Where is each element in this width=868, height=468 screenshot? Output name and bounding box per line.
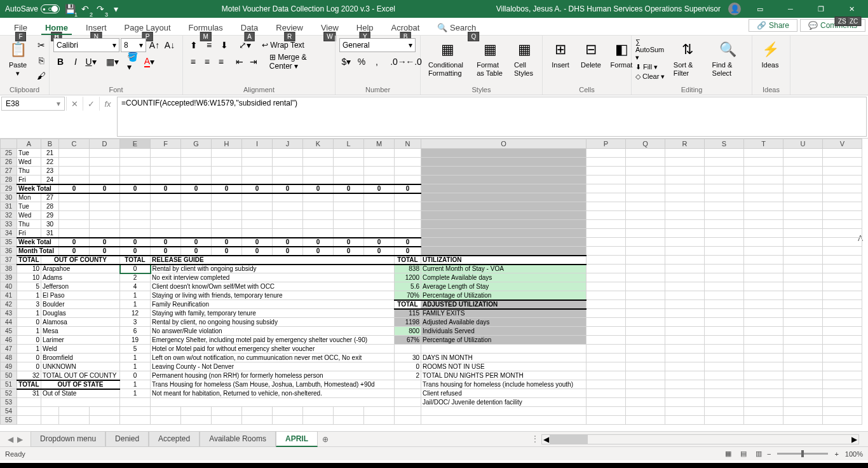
- cell[interactable]: [783, 309, 823, 318]
- cell[interactable]: [705, 211, 744, 220]
- cell[interactable]: [303, 407, 334, 416]
- cell[interactable]: [395, 398, 421, 407]
- cell[interactable]: [587, 291, 626, 300]
- cell[interactable]: 12: [120, 309, 151, 318]
- cell[interactable]: [334, 167, 364, 176]
- cell[interactable]: [744, 158, 783, 167]
- cell[interactable]: [705, 256, 744, 265]
- tab-insert[interactable]: InsertN: [77, 20, 116, 35]
- cell[interactable]: 0: [120, 238, 151, 247]
- cell[interactable]: [334, 149, 364, 158]
- align-top-icon[interactable]: ⬆: [187, 38, 201, 52]
- cell[interactable]: [59, 158, 90, 167]
- cell[interactable]: 6: [120, 327, 151, 336]
- page-break-view-icon[interactable]: ▥: [752, 448, 766, 460]
- cell[interactable]: [273, 158, 303, 167]
- col-header[interactable]: Q: [626, 139, 665, 149]
- cell[interactable]: [17, 398, 41, 407]
- cell[interactable]: [364, 176, 395, 184]
- zoom-out-icon[interactable]: −: [767, 450, 771, 458]
- cell[interactable]: 21: [41, 149, 59, 158]
- cell[interactable]: [364, 407, 395, 416]
- cell[interactable]: [783, 158, 823, 167]
- cell[interactable]: [744, 300, 783, 309]
- cell[interactable]: TOTAL OUT OF COUNTY: [41, 371, 120, 380]
- cell[interactable]: [181, 193, 212, 202]
- cell[interactable]: [587, 220, 626, 229]
- cell[interactable]: 0: [273, 184, 303, 193]
- col-header[interactable]: T: [744, 139, 783, 149]
- cell[interactable]: [395, 211, 421, 220]
- cell[interactable]: Out of State: [41, 389, 120, 398]
- cell[interactable]: [59, 211, 90, 220]
- cell[interactable]: [303, 149, 334, 158]
- cell[interactable]: [421, 176, 587, 184]
- cell[interactable]: [421, 193, 587, 202]
- cell[interactable]: Fri: [17, 176, 41, 184]
- cell[interactable]: [421, 345, 587, 354]
- cell[interactable]: [823, 291, 862, 300]
- save-icon[interactable]: 💾1: [65, 4, 75, 14]
- delete-button[interactable]: ⊟Delete: [577, 38, 605, 71]
- cell[interactable]: [303, 211, 334, 220]
- cell[interactable]: [783, 380, 823, 389]
- cell[interactable]: [273, 229, 303, 238]
- cell[interactable]: [705, 416, 744, 425]
- cell[interactable]: [120, 202, 151, 211]
- cell[interactable]: Client doesn't know/Own self/Met with OC…: [151, 282, 395, 291]
- cell[interactable]: [626, 265, 665, 273]
- cell[interactable]: [212, 220, 242, 229]
- cell[interactable]: [665, 158, 705, 167]
- cell[interactable]: 0: [181, 247, 212, 256]
- col-header[interactable]: I: [242, 139, 273, 149]
- increase-decimal-icon[interactable]: .0→: [391, 55, 405, 69]
- cell[interactable]: [744, 318, 783, 327]
- cell[interactable]: [587, 282, 626, 291]
- cell[interactable]: [41, 407, 59, 416]
- cell[interactable]: [626, 362, 665, 371]
- cell[interactable]: [783, 193, 823, 202]
- currency-icon[interactable]: $▾: [339, 55, 353, 69]
- cell[interactable]: 0: [273, 247, 303, 256]
- cell[interactable]: [626, 300, 665, 309]
- comments-button[interactable]: 💬 CommentsZC: [800, 19, 865, 32]
- cell[interactable]: [744, 389, 783, 398]
- cell[interactable]: [587, 256, 626, 265]
- cell[interactable]: [395, 345, 421, 354]
- cell[interactable]: [665, 238, 705, 247]
- cell[interactable]: [626, 398, 665, 407]
- cell[interactable]: [303, 202, 334, 211]
- cell[interactable]: [823, 184, 862, 193]
- cell[interactable]: Boulder: [41, 300, 120, 309]
- cell[interactable]: [783, 416, 823, 425]
- cell[interactable]: [744, 407, 783, 416]
- cell[interactable]: [823, 220, 862, 229]
- cell[interactable]: [151, 211, 181, 220]
- cell[interactable]: [395, 407, 421, 416]
- cell[interactable]: Week Total: [17, 184, 59, 193]
- cell[interactable]: [151, 416, 181, 425]
- cell[interactable]: [705, 380, 744, 389]
- cell[interactable]: Leaving County - Not Denver: [151, 362, 395, 371]
- cell[interactable]: Complete Available days: [421, 273, 587, 282]
- cell[interactable]: [744, 416, 783, 425]
- cell[interactable]: [783, 345, 823, 354]
- cell[interactable]: [120, 211, 151, 220]
- cell[interactable]: [705, 309, 744, 318]
- cell[interactable]: [395, 193, 421, 202]
- col-header[interactable]: K: [303, 139, 334, 149]
- cell[interactable]: Weld: [41, 345, 120, 354]
- cell[interactable]: [181, 211, 212, 220]
- cell[interactable]: [823, 265, 862, 273]
- cell[interactable]: [17, 407, 41, 416]
- cell[interactable]: [181, 220, 212, 229]
- cell[interactable]: Staying with family, temporary tenure: [151, 309, 395, 318]
- cell[interactable]: [334, 220, 364, 229]
- cell[interactable]: [587, 202, 626, 211]
- cell[interactable]: 70%: [395, 291, 421, 300]
- cell[interactable]: [395, 380, 421, 389]
- cell[interactable]: [626, 282, 665, 291]
- add-sheet-button[interactable]: ⊕: [318, 435, 333, 444]
- cell[interactable]: [705, 265, 744, 273]
- cell[interactable]: [626, 202, 665, 211]
